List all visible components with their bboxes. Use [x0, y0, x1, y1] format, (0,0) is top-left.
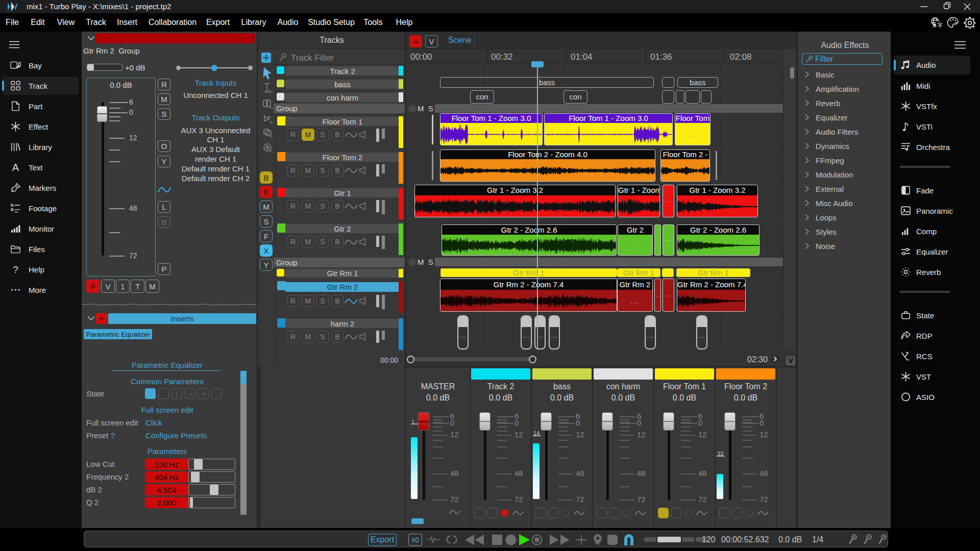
svg-text:A: A: [933, 23, 937, 28]
svg-text:字: 字: [937, 22, 943, 28]
svg-text:A: A: [12, 162, 19, 173]
svg-text:?: ?: [13, 264, 18, 275]
